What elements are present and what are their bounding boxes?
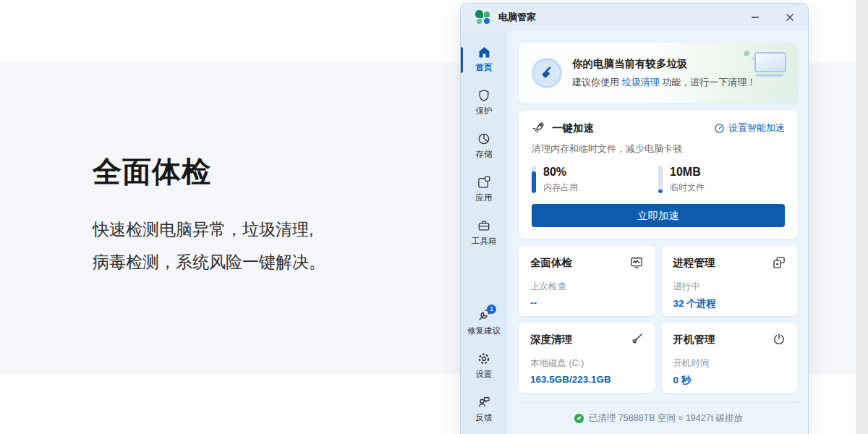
shield-icon: [477, 88, 491, 103]
computer-illustration: [740, 46, 788, 82]
checkup-card-title: 全面体检: [530, 256, 572, 270]
junk-alert-banner[interactable]: 你的电脑当前有较多垃圾 建议你使用 垃圾清理 功能，进行一下清理！: [519, 43, 798, 103]
process-card-value: 32 个进程: [673, 297, 787, 310]
accelerate-description: 清理内存和临时文件，减少电脑卡顿: [532, 142, 785, 156]
accelerate-now-button[interactable]: 立即加速: [532, 204, 785, 227]
sidebar-item-home[interactable]: 首页: [461, 41, 507, 75]
pie-chart-icon: [477, 131, 491, 147]
main-content: 你的电脑当前有较多垃圾 建议你使用 垃圾清理 功能，进行一下清理！ 一键加速: [507, 31, 808, 434]
memory-usage-bar: [532, 166, 536, 193]
smart-accelerate-link[interactable]: 设置智能加速: [714, 122, 785, 135]
hero-section: 全面体检 快速检测电脑异常，垃圾清理, 病毒检测，系统风险一键解决。: [93, 152, 326, 278]
rocket-icon: [532, 121, 546, 135]
memory-usage-value: 80%: [543, 166, 578, 179]
banner-title: 你的电脑当前有较多垃圾: [572, 57, 756, 71]
deep-clean-card-value: 163.5GB/223.1GB: [530, 374, 644, 385]
deep-clean-card-title: 深度清理: [530, 333, 572, 346]
hero-title: 全面体检: [93, 152, 326, 192]
temp-files-bar: [658, 166, 663, 193]
speedometer-icon: [714, 123, 725, 134]
hero-description: 快速检测电脑异常，垃圾清理, 病毒检测，系统风险一键解决。: [93, 213, 326, 278]
sidebar-item-storage[interactable]: 存储: [461, 128, 507, 162]
deep-clean-broom-icon: [629, 332, 644, 346]
eco-footer-text: 已清理 75888TB 空间 ≈ 19427t 碳排放: [589, 412, 743, 425]
pc-manager-window: 电脑管家 首页 保护: [460, 3, 809, 434]
process-windows-icon: [772, 255, 786, 270]
wrench-icon: 1: [477, 307, 491, 323]
memory-stat: 80% 内存占用: [532, 166, 658, 194]
apps-grid-icon: [477, 174, 491, 190]
sidebar-item-repair[interactable]: 1 修复建议: [461, 305, 507, 339]
deep-clean-card-label: 本地磁盘 (C:): [530, 357, 644, 370]
checkup-card-value: --: [530, 297, 644, 308]
close-icon: [786, 13, 794, 22]
process-card[interactable]: 进程管理 进行中 32 个进程: [662, 246, 799, 316]
temp-files-value: 10MB: [670, 166, 705, 179]
sidebar-label-storage: 存储: [476, 149, 493, 159]
window-title: 电脑管家: [498, 11, 536, 24]
sidebar-label-home: 首页: [476, 62, 493, 72]
smart-accelerate-label: 设置智能加速: [728, 122, 785, 135]
hero-line-2: 病毒检测，系统风险一键解决。: [93, 246, 326, 278]
repair-badge: 1: [487, 305, 496, 314]
active-indicator: [461, 47, 463, 73]
startup-card[interactable]: 开机管理 开机时间 0 秒: [662, 323, 799, 393]
sidebar-label-settings: 设置: [476, 369, 493, 379]
startup-card-title: 开机管理: [673, 333, 715, 346]
sidebar-label-feedback: 反馈: [476, 412, 493, 422]
broom-circle-icon: [532, 58, 562, 88]
banner-subtitle: 建议你使用 垃圾清理 功能，进行一下清理！: [572, 76, 756, 89]
one-click-accelerate-card: 一键加速 设置智能加速 清理内存和临时文件，减少电脑卡顿 80% 内存占用: [519, 111, 798, 239]
browser-scrollbar[interactable]: [856, 0, 868, 434]
startup-card-value: 0 秒: [673, 374, 787, 387]
junk-clean-link[interactable]: 垃圾清理: [622, 77, 660, 88]
sidebar-item-apps[interactable]: 应用: [461, 171, 507, 205]
sidebar-item-settings[interactable]: 设置: [461, 348, 507, 382]
sidebar-label-toolbox: 工具箱: [472, 236, 497, 246]
eco-footer: 已清理 75888TB 空间 ≈ 19427t 碳排放: [519, 402, 798, 434]
toolbox-icon: [477, 218, 491, 234]
deep-clean-card[interactable]: 深度清理 本地磁盘 (C:) 163.5GB/223.1GB: [519, 323, 655, 393]
checkup-monitor-icon: [629, 255, 644, 270]
green-leaf-icon: [574, 413, 584, 424]
power-icon: [772, 332, 786, 346]
accelerate-stats: 80% 内存占用 10MB 临时文件: [532, 166, 785, 194]
process-card-title: 进程管理: [673, 256, 715, 270]
temp-files-label: 临时文件: [670, 182, 705, 194]
memory-usage-label: 内存占用: [543, 182, 578, 194]
feature-cards: 全面体检 上次检查 -- 进程管理 进行中: [519, 246, 798, 393]
sidebar-label-apps: 应用: [476, 192, 493, 203]
temp-files-stat: 10MB 临时文件: [658, 166, 785, 194]
hero-line-1: 快速检测电脑异常，垃圾清理,: [93, 213, 326, 246]
gear-icon: [477, 351, 491, 367]
app-logo-icon: [475, 10, 490, 25]
process-card-label: 进行中: [673, 281, 787, 293]
titlebar[interactable]: 电脑管家: [461, 4, 808, 31]
sidebar: 首页 保护 存储 应用: [461, 31, 507, 434]
home-icon: [477, 44, 492, 60]
sidebar-label-repair: 修复建议: [467, 326, 501, 336]
sidebar-item-toolbox[interactable]: 工具箱: [461, 215, 507, 249]
checkup-card[interactable]: 全面体检 上次检查 --: [519, 246, 655, 316]
sidebar-label-protect: 保护: [476, 106, 493, 116]
sidebar-item-feedback[interactable]: 反馈: [461, 391, 507, 425]
feedback-icon: [477, 394, 491, 410]
startup-card-label: 开机时间: [673, 357, 787, 370]
minimize-button[interactable]: [744, 7, 766, 28]
close-button[interactable]: [779, 7, 801, 28]
sidebar-item-protect[interactable]: 保护: [461, 85, 507, 119]
minimize-icon: [751, 13, 760, 22]
checkup-card-label: 上次检查: [530, 281, 644, 293]
banner-sub-prefix: 建议你使用: [572, 77, 622, 88]
accelerate-title: 一键加速: [552, 122, 594, 135]
